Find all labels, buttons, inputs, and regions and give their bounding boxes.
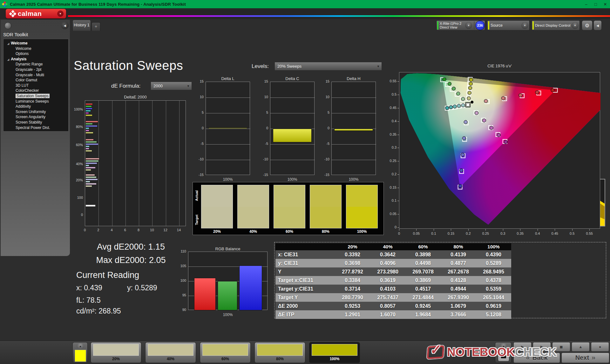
transport-button-5[interactable]: ●	[591, 342, 609, 352]
gridline	[270, 98, 315, 98]
collapse-panel-button[interactable]: ◀	[593, 20, 602, 30]
deltae-bar-80%-yellow	[85, 132, 93, 134]
sidebar-item-color-gamut[interactable]: Color Gamut	[3, 78, 68, 83]
table-row-label: ΔE 2000	[275, 302, 335, 310]
sidebar-item-dynamic-range[interactable]: Dynamic Range	[3, 62, 68, 67]
cie-measured-yellow	[469, 86, 472, 90]
gridline	[206, 129, 250, 129]
session-control-panel: ▲	[495, 342, 512, 363]
tree-expander-icon[interactable]: ◢	[7, 58, 9, 61]
display-control-dropdown[interactable]: Direct Display Control ▼	[532, 20, 580, 30]
calman-menu-button[interactable]: calman ▼	[6, 9, 66, 18]
meter-count-badge[interactable]: 236	[475, 21, 485, 30]
cie-y-label: 0.35	[386, 132, 396, 136]
deltae-chart-title: DeltaE 2000	[72, 95, 199, 99]
deltae-x-label: 4	[109, 228, 115, 232]
tree-expander-icon[interactable]: ◢	[7, 42, 9, 45]
add-tab-button[interactable]: +	[92, 22, 100, 31]
table-value-cell: 269.7078	[405, 267, 441, 276]
sidebar-item-label: ColorChecker	[16, 88, 39, 93]
sidebar-item-screen-uniformity[interactable]: Screen Uniformity	[3, 109, 68, 115]
patch-button-40%[interactable]: 40%	[145, 342, 196, 363]
sidebar-item-spectral-power-dist-[interactable]: Spectral Power Dist.	[3, 125, 68, 131]
transport-button-3[interactable]: ◼	[552, 342, 570, 352]
cie-measured-red	[484, 99, 488, 103]
deltae-bar-80%-magenta	[85, 130, 89, 131]
rgb-bar-red	[194, 278, 216, 310]
transport-button-4[interactable]: ▲	[572, 342, 590, 352]
sidebar-item-grayscale-multi[interactable]: Grayscale - Multi	[3, 72, 68, 78]
de-formula-dropdown[interactable]: 2000 ▼	[151, 82, 192, 90]
next-button[interactable]: Next »	[561, 353, 609, 363]
de-formula-value: 2000	[153, 84, 187, 88]
table-value-cell: 0.8057	[370, 302, 405, 310]
cie-plot-area	[399, 72, 600, 229]
transport-button-1[interactable]: ▶	[513, 342, 532, 352]
deltae-bar-60%-magenta	[85, 148, 89, 150]
sidebar-item-grayscale-2pt[interactable]: Grayscale - 2pt	[3, 67, 68, 72]
rgb-bar-green	[218, 281, 237, 310]
minimize-button[interactable]: –	[581, 2, 591, 7]
swatch-label: 100%	[346, 229, 378, 234]
cie-x-label: 0.5	[567, 232, 577, 235]
sidebar-item-saturation-sweeps[interactable]: Saturation Sweeps	[3, 93, 68, 99]
patch-button-label: 40%	[146, 357, 196, 361]
deltae-bar-60%-blue	[85, 143, 98, 145]
table-value-cell: 271.4844	[405, 293, 441, 302]
levels-dropdown[interactable]: 20% Sweeps ▼	[274, 62, 382, 71]
sidebar-item-options[interactable]: Options	[3, 51, 68, 57]
source-dropdown[interactable]: Source ▼	[487, 20, 530, 30]
cie-measured-green	[452, 87, 456, 91]
table-row: ΔE ITP1.29011.60701.96843.76665.1208	[275, 310, 511, 319]
patch-button-60%[interactable]: 60%	[200, 342, 251, 363]
cie-measured-cyan	[457, 104, 461, 108]
deltae-bar-80%-green	[85, 123, 93, 125]
up-arrow-icon: ▲	[502, 345, 505, 348]
sidebar-item-screen-stability[interactable]: Screen Stability	[3, 120, 68, 125]
tab-history-1[interactable]: History 1	[72, 20, 91, 31]
deltae-bar-40%-blue	[85, 162, 97, 164]
table-value-cell: 0.4390	[476, 250, 511, 259]
table-value-cell: 0.3619	[370, 276, 405, 285]
table-value-cell: 0.4128	[441, 276, 476, 285]
measurement-table: 20%40%60%80%100%x: CIE310.33920.36420.38…	[275, 243, 511, 319]
patch-button-100%[interactable]: 100%	[309, 342, 360, 363]
sidebar-item-luminance-sweeps[interactable]: Luminance Sweeps	[3, 99, 68, 104]
sidebar-item-welcome[interactable]: Welcome	[3, 46, 68, 51]
table-value-cell: 0.3392	[335, 250, 370, 259]
sidebar-item-3d-lut[interactable]: 3D LUT	[3, 83, 68, 88]
table-row: x: CIE310.33920.36420.38980.41390.4390	[275, 250, 511, 259]
settings-button[interactable]: ⚙	[582, 20, 593, 30]
meter-dropdown[interactable]: X-Rite i1Pro 2 Direct View ▼ 236	[436, 20, 485, 30]
sidebar-collapse-button[interactable]: ◀	[61, 22, 69, 29]
cie-x-label: 0.3	[498, 232, 508, 235]
deltae-y-label: 80%	[63, 125, 83, 129]
sidebar-item-analysis[interactable]: ◢Analysis	[3, 57, 68, 62]
table-row-label: ΔE ITP	[275, 310, 335, 319]
maximize-button[interactable]: □	[591, 2, 600, 7]
delta_h-y-label: 10	[321, 95, 329, 99]
sidebar-item-additivity[interactable]: Additivity	[3, 104, 68, 109]
scroll-up-button[interactable]: ▲	[77, 343, 84, 349]
current-y: y: 0.5289	[127, 284, 157, 292]
transport-button-2[interactable]: ▶	[533, 342, 551, 352]
sidebar-item-welcome[interactable]: ◢Welcome	[3, 41, 68, 46]
back-button[interactable]: « Back	[513, 353, 560, 363]
deltae-bar-60%-red	[85, 139, 94, 141]
patch-color	[93, 344, 139, 356]
cie-measured-green	[461, 97, 465, 101]
back-button-label: Back	[532, 354, 548, 361]
scroll-up-button[interactable]: ▲	[500, 343, 507, 349]
swatch-label: 60%	[274, 229, 305, 234]
cie-measured-magenta	[504, 140, 507, 144]
gridline	[270, 113, 315, 113]
patch-button-80%[interactable]: 80%	[254, 342, 305, 363]
sidebar-radio-button[interactable]	[4, 22, 11, 29]
close-button[interactable]: ✕	[600, 2, 610, 7]
sidebar-item-colorchecker[interactable]: ColorChecker	[3, 88, 68, 93]
rgb-y-label: 90	[177, 308, 186, 312]
sidebar-item-screen-angularity[interactable]: Screen Angularity	[3, 114, 68, 120]
delta_h-y-label: -15	[321, 173, 329, 177]
patch-button-20%[interactable]: 20%	[91, 342, 141, 363]
stop-button[interactable]	[498, 350, 509, 361]
